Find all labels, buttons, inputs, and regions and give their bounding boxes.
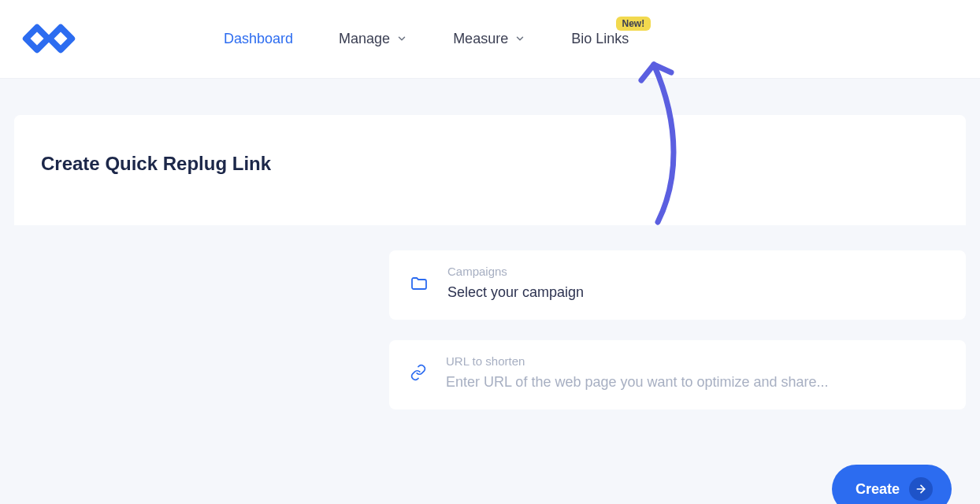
nav-measure[interactable]: Measure	[453, 31, 525, 47]
nav-biolinks[interactable]: Bio Links New!	[571, 31, 629, 47]
chevron-down-icon	[514, 33, 525, 44]
button-row: Create	[389, 465, 966, 504]
folder-icon	[410, 265, 429, 301]
nav-biolinks-label: Bio Links	[571, 31, 629, 47]
logo-icon	[20, 20, 89, 59]
create-button[interactable]: Create	[832, 465, 952, 504]
nav-manage-label: Manage	[339, 31, 390, 47]
campaign-value: Select your campaign	[447, 284, 945, 301]
nav-dashboard-label: Dashboard	[224, 31, 293, 47]
arrow-right-icon	[909, 477, 933, 501]
form-area: Campaigns Select your campaign URL to sh…	[14, 250, 966, 504]
badge-new: New!	[616, 17, 651, 31]
nav-measure-label: Measure	[453, 31, 508, 47]
url-label: URL to shorten	[446, 354, 945, 368]
top-navbar: Dashboard Manage Measure Bio Links New!	[0, 0, 980, 79]
nav-dashboard[interactable]: Dashboard	[224, 31, 293, 47]
title-card: Create Quick Replug Link	[14, 115, 966, 225]
campaign-label: Campaigns	[447, 265, 945, 278]
main-nav: Dashboard Manage Measure Bio Links New!	[224, 31, 629, 47]
create-button-label: Create	[856, 481, 900, 498]
chevron-down-icon	[396, 33, 407, 44]
url-field-card: URL to shorten	[389, 340, 966, 410]
page-body: Create Quick Replug Link Campaigns Selec…	[0, 79, 980, 504]
url-input[interactable]	[446, 374, 945, 391]
link-icon	[410, 354, 427, 391]
campaign-body: Campaigns Select your campaign	[447, 265, 945, 301]
campaign-selector[interactable]: Campaigns Select your campaign	[389, 250, 966, 320]
nav-manage[interactable]: Manage	[339, 31, 407, 47]
page-title: Create Quick Replug Link	[41, 153, 939, 175]
form-column: Campaigns Select your campaign URL to sh…	[389, 250, 966, 504]
logo	[19, 19, 90, 60]
url-body: URL to shorten	[446, 354, 945, 391]
